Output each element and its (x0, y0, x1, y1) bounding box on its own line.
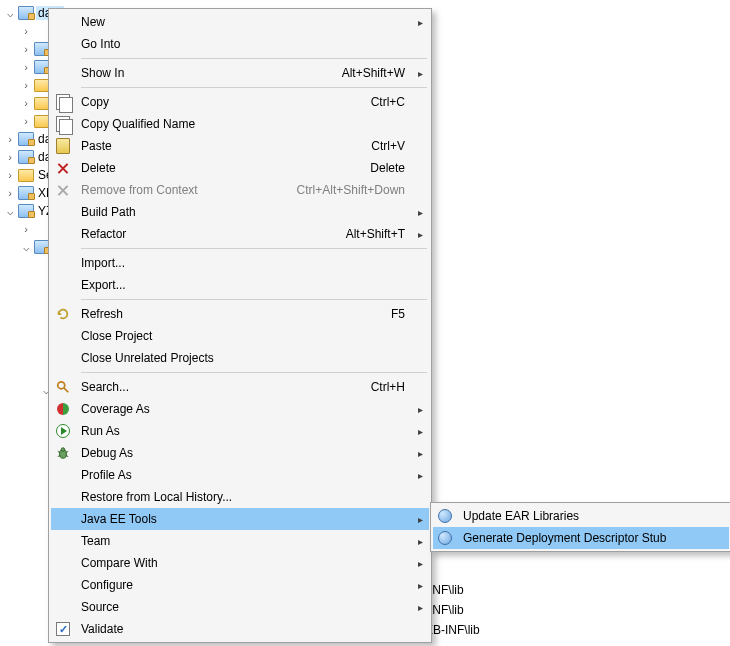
menu-item[interactable]: PasteCtrl+V (51, 135, 429, 157)
menu-item[interactable]: ✓Validate (51, 618, 429, 640)
menu-item[interactable]: Team▸ (51, 530, 429, 552)
submenu-item[interactable]: Generate Deployment Descriptor Stub (433, 527, 729, 549)
menu-item[interactable]: Close Project (51, 325, 429, 347)
java-ee-tools-submenu[interactable]: Update EAR LibrariesGenerate Deployment … (430, 502, 730, 552)
menu-item[interactable]: Copy Qualified Name (51, 113, 429, 135)
submenu-item[interactable]: Update EAR Libraries (433, 505, 729, 527)
context-menu[interactable]: New▸Go IntoShow InAlt+Shift+W▸CopyCtrl+C… (48, 8, 432, 643)
menu-item-label: Copy Qualified Name (81, 117, 291, 131)
menu-item[interactable]: RefactorAlt+Shift+T▸ (51, 223, 429, 245)
background-text: EB-INF\lib (425, 623, 480, 637)
submenu-arrow-icon: ▸ (415, 17, 425, 28)
menu-item[interactable]: RefreshF5 (51, 303, 429, 325)
tree-twisty[interactable]: › (4, 169, 16, 181)
tree-twisty[interactable]: ⌵ (4, 205, 16, 218)
menu-item-shortcut: Ctrl+Alt+Shift+Down (295, 183, 411, 197)
submenu-item-label: Update EAR Libraries (463, 509, 711, 523)
menu-item-label: Paste (81, 139, 291, 153)
menu-item-label: Copy (81, 95, 291, 109)
tree-item-icon (18, 5, 34, 21)
submenu-arrow-icon: ▸ (415, 68, 425, 79)
menu-item[interactable]: Compare With▸ (51, 552, 429, 574)
menu-item-label: Team (81, 534, 291, 548)
menu-item-label: Refresh (81, 307, 291, 321)
menu-item-shortcut: Ctrl+C (295, 95, 411, 109)
submenu-item-label: Generate Deployment Descriptor Stub (463, 531, 711, 545)
menu-item-label: Profile As (81, 468, 291, 482)
menu-item: Remove from ContextCtrl+Alt+Shift+Down (51, 179, 429, 201)
tree-item-icon (18, 149, 34, 165)
menu-item-shortcut: Delete (295, 161, 411, 175)
tree-twisty[interactable]: › (20, 25, 32, 37)
submenu-arrow-icon: ▸ (415, 470, 425, 481)
menu-item-label: Java EE Tools (81, 512, 291, 526)
menu-item-label: Delete (81, 161, 291, 175)
tree-twisty[interactable]: ⌵ (4, 7, 16, 20)
menu-item-shortcut: Alt+Shift+W (295, 66, 411, 80)
menu-item-label: Source (81, 600, 291, 614)
tree-twisty[interactable]: › (20, 115, 32, 127)
menu-separator (81, 299, 427, 300)
menu-item-label: Import... (81, 256, 291, 270)
menu-item-label: Debug As (81, 446, 291, 460)
tree-twisty[interactable]: › (4, 187, 16, 199)
submenu-arrow-icon: ▸ (415, 426, 425, 437)
menu-item-label: Remove from Context (81, 183, 291, 197)
submenu-arrow-icon: ▸ (415, 448, 425, 459)
menu-item-label: Refactor (81, 227, 291, 241)
menu-item-label: Run As (81, 424, 291, 438)
menu-separator (81, 248, 427, 249)
menu-separator (81, 58, 427, 59)
menu-item-label: Configure (81, 578, 291, 592)
menu-item-label: Close Unrelated Projects (81, 351, 291, 365)
menu-item[interactable]: Search...Ctrl+H (51, 376, 429, 398)
menu-item[interactable]: Coverage As▸ (51, 398, 429, 420)
menu-item-label: Restore from Local History... (81, 490, 291, 504)
tree-twisty[interactable]: › (20, 97, 32, 109)
menu-item[interactable]: Java EE Tools▸ (51, 508, 429, 530)
menu-item[interactable]: Go Into (51, 33, 429, 55)
tree-twisty[interactable]: › (4, 133, 16, 145)
menu-item[interactable]: Run As▸ (51, 420, 429, 442)
menu-item[interactable]: Configure▸ (51, 574, 429, 596)
menu-item[interactable]: Source▸ (51, 596, 429, 618)
tree-item-icon (18, 203, 34, 219)
submenu-arrow-icon: ▸ (415, 229, 425, 240)
menu-item-label: Compare With (81, 556, 291, 570)
menu-item-shortcut: Ctrl+V (295, 139, 411, 153)
menu-item[interactable]: New▸ (51, 11, 429, 33)
menu-item[interactable]: Restore from Local History... (51, 486, 429, 508)
tree-item-icon (18, 167, 34, 183)
menu-item-label: New (81, 15, 291, 29)
menu-item-label: Show In (81, 66, 291, 80)
menu-item[interactable]: Show InAlt+Shift+W▸ (51, 62, 429, 84)
menu-item-label: Build Path (81, 205, 291, 219)
menu-item-label: Validate (81, 622, 291, 636)
menu-item-shortcut: Ctrl+H (295, 380, 411, 394)
menu-item[interactable]: Import... (51, 252, 429, 274)
tree-item-icon (18, 185, 34, 201)
menu-item[interactable]: Build Path▸ (51, 201, 429, 223)
menu-item[interactable]: Profile As▸ (51, 464, 429, 486)
tree-twisty[interactable]: › (20, 223, 32, 235)
submenu-arrow-icon: ▸ (415, 558, 425, 569)
menu-separator (81, 87, 427, 88)
svg-line-1 (64, 388, 68, 392)
tree-twisty[interactable]: › (20, 43, 32, 55)
menu-item-label: Export... (81, 278, 291, 292)
submenu-arrow-icon: ▸ (415, 404, 425, 415)
submenu-arrow-icon: ▸ (415, 602, 425, 613)
tree-twisty[interactable]: › (20, 61, 32, 73)
svg-point-3 (61, 448, 65, 452)
tree-twisty[interactable]: › (20, 79, 32, 91)
menu-item[interactable]: DeleteDelete (51, 157, 429, 179)
svg-point-0 (58, 382, 65, 389)
menu-item-shortcut: Alt+Shift+T (295, 227, 411, 241)
menu-item[interactable]: Export... (51, 274, 429, 296)
submenu-arrow-icon: ▸ (415, 514, 425, 525)
menu-item[interactable]: Close Unrelated Projects (51, 347, 429, 369)
menu-item[interactable]: CopyCtrl+C (51, 91, 429, 113)
tree-twisty[interactable]: › (4, 151, 16, 163)
tree-twisty[interactable]: ⌵ (20, 241, 32, 254)
menu-item[interactable]: Debug As▸ (51, 442, 429, 464)
